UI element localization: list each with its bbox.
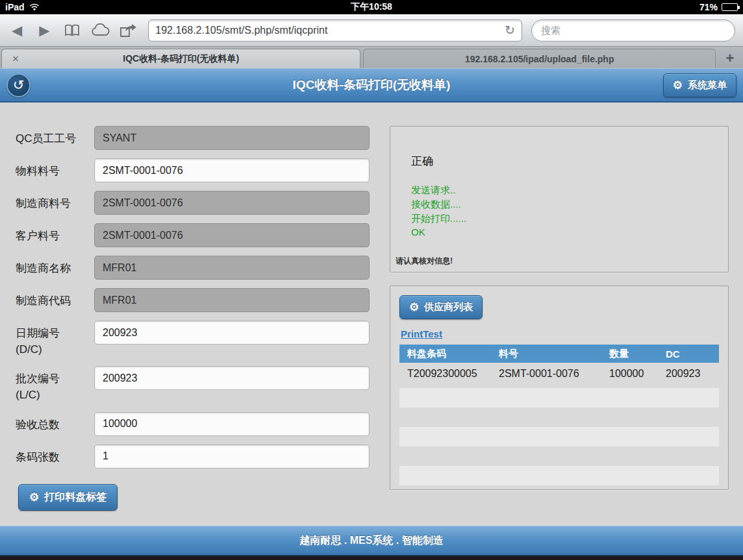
- barcode-count-field[interactable]: [94, 444, 370, 469]
- log-line: 开始打印......: [411, 212, 728, 226]
- reel-barcode-cell: T20092300005: [399, 368, 499, 380]
- log-line: OK: [411, 225, 728, 239]
- bookmarks-icon[interactable]: [62, 22, 82, 39]
- empty-table-row: [399, 427, 719, 446]
- column-header: 数量: [609, 348, 666, 360]
- tab-iqc-print[interactable]: × IQC收料-条码打印(无收料单): [1, 49, 360, 68]
- device-label: iPad: [5, 2, 25, 12]
- icloud-tabs-icon[interactable]: [91, 22, 110, 39]
- empty-table-row: [399, 466, 719, 485]
- system-menu-button[interactable]: ⚙ 系统菜单: [663, 73, 737, 97]
- tab-bar: × IQC收料-条码打印(无收料单) 192.168.2.105/ipad/up…: [0, 47, 743, 68]
- part-number-cell: 2SMT-0001-0076: [499, 368, 609, 380]
- ios-status-bar: iPad 下午10:58 71%: [0, 0, 743, 14]
- supplier-list-panel: ⚙ 供应商列表 PrintTest 料盘条码 料号 数量 DC T2009230…: [390, 286, 729, 490]
- form-row: 批次编号 (L/C): [16, 366, 384, 403]
- supplier-list-button[interactable]: ⚙ 供应商列表: [399, 295, 483, 319]
- reload-icon[interactable]: ↻: [505, 24, 515, 36]
- material-part-number-field[interactable]: [94, 158, 370, 182]
- gear-icon: ⚙: [409, 302, 419, 313]
- verify-info-note: 请认真核对信息!: [396, 256, 728, 267]
- print-reel-label-button[interactable]: ⚙ 打印料盘标签: [18, 484, 118, 511]
- battery-icon: [722, 3, 738, 11]
- date-code-field[interactable]: [94, 321, 370, 345]
- column-header: 料盘条码: [399, 348, 499, 360]
- form-row: 验收总数: [16, 412, 384, 436]
- form-row: 物料料号: [16, 158, 384, 182]
- reel-table: 料盘条码 料号 数量 DC T20092300005 2SMT-0001-007…: [399, 345, 719, 485]
- form-row: 制造商代码: [16, 288, 384, 312]
- iqc-form: QC员工工号 物料料号 制造商料号 客户料号 制造商名称 制造商代码 日期编号 …: [0, 103, 384, 526]
- url-input[interactable]: [155, 25, 499, 36]
- table-row: T20092300005 2SMT-0001-0076 100000 20092…: [399, 363, 719, 384]
- address-bar[interactable]: ↻: [148, 19, 522, 42]
- tab-upload-file[interactable]: 192.168.2.105/ipad/upload_file.php: [363, 49, 716, 68]
- app-footer: 越南耐思 . MES系统 . 智能制造: [0, 526, 743, 556]
- customer-part-number-field: [94, 223, 370, 247]
- dc-cell: 200923: [666, 368, 719, 380]
- lot-code-field[interactable]: [94, 366, 370, 390]
- new-tab-button[interactable]: +: [718, 49, 742, 68]
- browser-forward-button[interactable]: ▶: [35, 23, 53, 37]
- column-header: 料号: [499, 348, 609, 360]
- total-quantity-field[interactable]: [94, 412, 370, 436]
- tab-label: IQC收料-条码打印(无收料单): [123, 53, 239, 65]
- form-row: 制造商名称: [16, 256, 384, 280]
- form-row: 日期编号 (D/C): [16, 321, 384, 358]
- table-header-row: 料盘条码 料号 数量 DC: [399, 345, 719, 363]
- browser-toolbar: ◀ ▶ ↻: [0, 14, 743, 47]
- gear-icon: ⚙: [29, 492, 39, 503]
- form-row: 条码张数: [16, 444, 384, 469]
- app-header: ↺ IQC收料-条码打印(无收料单) ⚙ 系统菜单: [0, 68, 743, 103]
- log-line: 接收数据....: [411, 197, 728, 212]
- main-content: QC员工工号 物料料号 制造商料号 客户料号 制造商名称 制造商代码 日期编号 …: [0, 103, 743, 526]
- column-header: DC: [666, 348, 719, 359]
- browser-back-button[interactable]: ◀: [8, 23, 26, 37]
- tab-label: 192.168.2.105/ipad/upload_file.php: [465, 54, 614, 64]
- log-line: 发送请求..: [411, 183, 728, 197]
- wifi-icon: [29, 3, 40, 12]
- manufacturer-name-field: [94, 256, 370, 280]
- close-tab-icon[interactable]: ×: [12, 53, 19, 66]
- status-result: 正确: [411, 154, 728, 169]
- search-input[interactable]: [531, 19, 735, 42]
- print-status-panel: 正确 发送请求.. 接收数据.... 开始打印...... OK 请认真核对信息…: [390, 126, 729, 273]
- app-back-button[interactable]: ↺: [6, 73, 31, 97]
- form-row: QC员工工号: [16, 126, 384, 150]
- share-icon[interactable]: [120, 22, 139, 39]
- battery-percent: 71%: [699, 2, 718, 12]
- form-row: 客户料号: [16, 223, 384, 247]
- quantity-cell: 100000: [609, 368, 666, 380]
- right-column: 正确 发送请求.. 接收数据.... 开始打印...... OK 请认真核对信息…: [390, 103, 729, 526]
- print-test-link[interactable]: PrintTest: [401, 328, 442, 339]
- gear-icon: ⚙: [673, 80, 683, 91]
- page-title: IQC收料-条码打印(无收料单): [0, 77, 743, 93]
- manufacturer-part-number-field: [94, 191, 370, 215]
- empty-table-row: [399, 388, 719, 408]
- form-row: 制造商料号: [16, 191, 384, 215]
- footer-text: 越南耐思 . MES系统 . 智能制造: [299, 534, 443, 548]
- manufacturer-code-field: [94, 288, 370, 312]
- clock: 下午10:58: [351, 1, 392, 13]
- qc-employee-id-field: [94, 126, 370, 150]
- screen-bottom-edge: [0, 556, 743, 560]
